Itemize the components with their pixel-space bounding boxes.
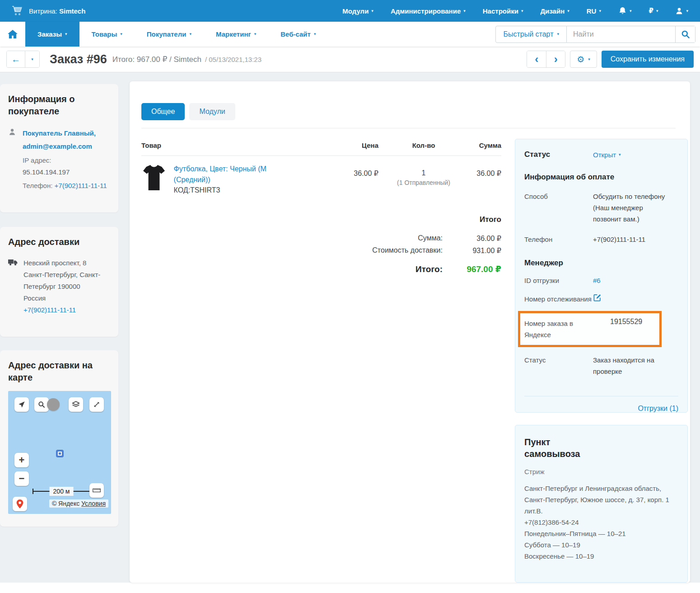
nav-item-orders[interactable]: Заказы ▾: [25, 22, 79, 47]
chevron-down-icon: ▾: [557, 32, 559, 36]
chevron-down-icon: ▾: [65, 32, 67, 36]
tools-menu-button[interactable]: ⚙ ▾: [570, 51, 597, 68]
nav-item-website[interactable]: Веб-сайт ▾: [268, 22, 328, 47]
chevron-down-icon: ▾: [656, 9, 658, 13]
map-layers-button[interactable]: [69, 397, 83, 412]
chevron-left-icon: ‹: [535, 53, 538, 66]
ip-value: 95.104.194.197: [23, 168, 70, 176]
shipping-address-panel: Адрес доставки Невский проспект, 8 Санкт…: [0, 227, 118, 337]
edit-icon[interactable]: [593, 293, 670, 302]
pickup-address: Санкт-Петербург и Ленинградская область,: [524, 485, 661, 492]
back-button[interactable]: ←: [7, 51, 25, 67]
tab-general[interactable]: Общее: [141, 103, 185, 120]
map-fullscreen-button[interactable]: [89, 397, 104, 412]
subtotal-label: Сумма:: [418, 234, 443, 243]
nav-item-products[interactable]: Товары ▾: [79, 22, 135, 47]
chevron-down-icon: ▾: [521, 9, 523, 13]
topbar-menu-administration[interactable]: Администрирование ▾: [391, 7, 466, 15]
map-copyright: © Яндекс: [52, 500, 79, 507]
prev-order-button[interactable]: ‹: [527, 51, 546, 67]
save-changes-button[interactable]: Сохранить изменения: [602, 51, 694, 68]
chevron-down-icon: ▾: [189, 32, 191, 36]
status-select[interactable]: Открыт ▾: [593, 151, 621, 159]
shipment-id-link[interactable]: #6: [593, 277, 601, 284]
location-pin-icon: [16, 499, 23, 508]
column-header-sum: Сумма: [469, 141, 501, 149]
chevron-down-icon: ▾: [588, 57, 590, 61]
product-name-link[interactable]: Футболка, Цвет: Черный (М (Средний)): [174, 165, 266, 184]
topbar-user-menu[interactable]: ▾: [675, 7, 688, 15]
minus-icon: −: [19, 473, 25, 485]
topbar-menu-design[interactable]: Дизайн ▾: [540, 7, 569, 15]
next-order-button[interactable]: ›: [546, 51, 565, 67]
topbar-notifications[interactable]: ▾: [618, 6, 632, 15]
chevron-down-icon: ▾: [371, 9, 373, 13]
map-terms-link[interactable]: Условия: [81, 500, 106, 507]
page-title: Заказ #96: [50, 52, 107, 66]
chevron-down-icon: ▾: [31, 57, 33, 61]
admin-topbar: Витрина: Simtech Модули ▾ Администрирова…: [0, 0, 700, 22]
panel-title: Адрес доставки: [8, 236, 110, 248]
address-line: Санкт-Петербург, Санкт-Петербург 190000: [23, 271, 100, 290]
customer-email-link[interactable]: admin@example.com: [23, 142, 92, 150]
search-input[interactable]: [567, 26, 675, 42]
map-scale: 200 м: [33, 487, 90, 496]
tshirt-image: [142, 164, 166, 191]
customer-phone-link[interactable]: +7(902)111-11-11: [55, 182, 107, 189]
yandex-status-value: Заказ находится на проверке: [593, 354, 670, 377]
main-navigation: Заказы ▾ Товары ▾ Покупатели ▾ Маркетинг…: [0, 22, 700, 47]
bell-icon: [618, 6, 627, 15]
zoom-in-button[interactable]: +: [14, 453, 29, 467]
order-totals: Итого Сумма: 36.00 ₽ Стоимость доставки:…: [141, 215, 501, 274]
zoom-out-button[interactable]: −: [14, 471, 29, 486]
storefront-label[interactable]: Витрина: Simtech: [29, 7, 85, 15]
geolocation-button[interactable]: [14, 397, 29, 412]
product-thumbnail[interactable]: [141, 164, 167, 192]
home-button[interactable]: [0, 30, 25, 39]
transit-stop-marker[interactable]: [56, 450, 64, 457]
topbar-menu-addons[interactable]: Модули ▾: [342, 7, 373, 15]
nav-item-customers[interactable]: Покупатели ▾: [135, 22, 204, 47]
ruler-button[interactable]: [89, 483, 104, 498]
order-timestamp: / 05/13/2021,13:23: [205, 56, 261, 63]
ip-label: IP адрес:: [23, 156, 51, 164]
back-dropdown-button[interactable]: ▾: [25, 51, 39, 67]
search-icon: [38, 401, 45, 408]
subtotal-value: 36.00 ₽: [443, 234, 501, 243]
home-icon: [8, 30, 18, 39]
order-header: ← ▾ Заказ #96 Итого: 967.00 ₽ / Simtech …: [0, 47, 700, 72]
shipping-phone-link[interactable]: +7(902)111-11-11: [23, 306, 76, 314]
tab-divider: [141, 128, 676, 128]
expand-icon: [93, 401, 100, 408]
payment-method-value: Обсудить по телефону (Наш менеджер позво…: [593, 191, 670, 225]
yandex-order-highlight: Номер заказа в Яндексе 19155529: [518, 311, 662, 347]
panel-divider: [524, 396, 678, 396]
customer-name-link[interactable]: Покупатель Главный,: [23, 129, 96, 137]
pin-button[interactable]: [13, 497, 27, 511]
map-marker-circle: [47, 398, 60, 411]
totals-heading: Итого: [141, 215, 501, 224]
search-button[interactable]: [675, 26, 695, 42]
manager-heading: Менеджер: [524, 259, 678, 268]
topbar-menu-settings[interactable]: Настройки ▾: [483, 7, 523, 15]
chevron-down-icon: ▾: [567, 9, 569, 13]
shipping-cost-label: Стоимость доставки:: [372, 246, 443, 255]
navigation-arrow-icon: [18, 401, 25, 408]
pickup-hours: Понедельник–Пятница — 10–21: [524, 530, 626, 537]
layers-icon: [72, 400, 80, 409]
nav-item-marketing[interactable]: Маркетинг ▾: [204, 22, 268, 47]
shipment-id-label: ID отгрузки: [524, 275, 593, 286]
order-detail-card: Общее Модули Товар Цена Кол-во Сумма Фут…: [130, 81, 690, 583]
tab-modules[interactable]: Модули: [189, 103, 235, 120]
topbar-menu-language[interactable]: RU ▾: [587, 7, 601, 15]
yandex-map[interactable]: + − 200 м © Яндекс Условия: [8, 391, 111, 514]
topbar-currency[interactable]: ₽ ▾: [649, 7, 658, 15]
payment-phone-value: +7(902)111-11-11: [593, 234, 670, 245]
pickup-address: Санкт-Петербург, Южное шоссе, д. 37, кор…: [524, 496, 669, 515]
quick-start-button[interactable]: Быстрый старт ▾: [495, 26, 567, 43]
shipping-cost-value: 931.00 ₽: [443, 246, 501, 255]
arrow-left-icon: ←: [11, 54, 20, 65]
shipments-link[interactable]: Отгрузки (1): [638, 405, 678, 412]
chevron-down-icon: ▾: [254, 32, 257, 36]
chevron-down-icon: ▾: [463, 9, 466, 13]
